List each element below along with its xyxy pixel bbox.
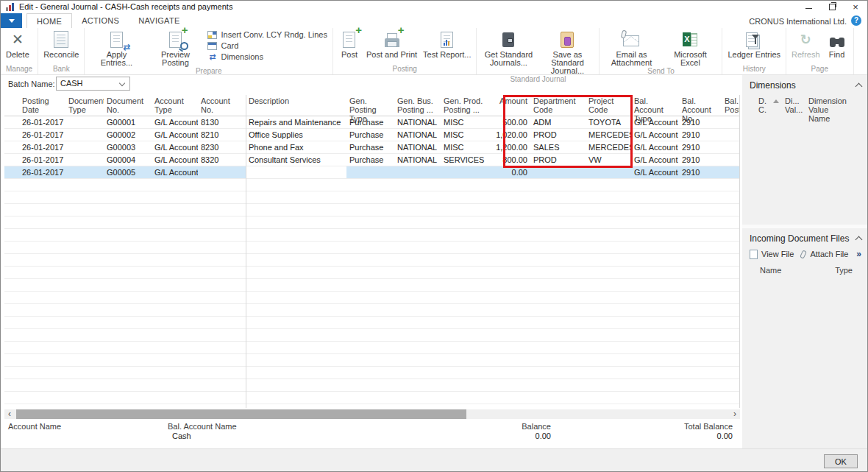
cell-project_code[interactable]: MERCEDES — [586, 129, 631, 141]
minimize-button[interactable] — [797, 1, 820, 13]
cell-project_code[interactable]: MERCEDES — [586, 141, 631, 153]
cell-document_no[interactable]: G00001 — [104, 116, 152, 128]
journal-row-1[interactable]: 26-01-2017G00001G/L Account8130Repairs a… — [4, 116, 739, 129]
cell-account_no[interactable]: 8130 — [198, 116, 246, 128]
cell-bal_post[interactable] — [722, 129, 740, 141]
journal-row-4[interactable]: 26-01-2017G00004G/L Account8320Consultan… — [4, 154, 739, 166]
column-header-bal_post[interactable]: Bal. Post — [722, 95, 740, 114]
dimensions-col-value-name[interactable]: Dimension Value Name — [808, 96, 864, 123]
get-standard-journals-button[interactable]: Get Standard Journals... — [479, 28, 538, 67]
cell-gen_prod_posting[interactable]: MISC — [441, 129, 488, 141]
journal-row-5[interactable]: 26-01-2017G00005G/L Account0.00G/L Accou… — [4, 166, 739, 179]
cell-document_type[interactable] — [65, 141, 104, 153]
cell-gen_prod_posting[interactable]: SERVICES — [441, 154, 488, 166]
journal-empty-row[interactable] — [4, 204, 739, 216]
cell-gen_posting_type[interactable] — [346, 166, 394, 178]
tab-home[interactable]: HOME — [26, 13, 72, 29]
cell-department_code[interactable]: SALES — [530, 141, 586, 153]
cell-bal_account_no[interactable]: 2910 — [679, 166, 722, 178]
column-header-gen_bus_posting[interactable]: Gen. Bus. Posting ... — [394, 95, 441, 114]
cell-bal_account_no[interactable]: 2910 — [679, 129, 722, 141]
cell-bal_post[interactable] — [722, 154, 740, 166]
journal-empty-row[interactable] — [4, 354, 739, 367]
cell-gen_bus_posting[interactable]: NATIONAL — [394, 116, 441, 128]
cell-account_type[interactable]: G/L Account — [152, 129, 198, 141]
cell-gen_prod_posting[interactable]: MISC — [441, 116, 488, 128]
cell-document_no[interactable]: G00005 — [104, 166, 152, 178]
column-header-department_code[interactable]: Department Code — [530, 95, 586, 114]
cell-selector[interactable] — [4, 129, 19, 141]
cell-gen_bus_posting[interactable]: NATIONAL — [394, 154, 441, 166]
journal-empty-row[interactable] — [4, 242, 739, 254]
cell-project_code[interactable] — [586, 166, 631, 178]
scroll-right-button[interactable]: › — [730, 409, 740, 419]
cell-gen_posting_type[interactable]: Purchase — [346, 154, 394, 166]
cell-bal_post[interactable] — [722, 166, 740, 178]
cell-account_no[interactable] — [198, 166, 246, 178]
cell-posting_date[interactable]: 26-01-2017 — [19, 141, 65, 153]
journal-empty-row[interactable] — [4, 292, 739, 304]
cell-account_type[interactable]: G/L Account — [152, 166, 198, 178]
dimensions-col-value[interactable]: Di... Val... — [785, 96, 808, 123]
scrollbar-thumb[interactable] — [16, 409, 466, 419]
cell-amount[interactable]: 800.00 — [488, 154, 530, 166]
cell-document_type[interactable] — [65, 129, 104, 141]
cell-project_code[interactable]: TOYOTA — [586, 116, 631, 128]
scroll-left-button[interactable]: ‹ — [4, 409, 15, 419]
help-icon[interactable]: ? — [851, 15, 861, 26]
cell-document_type[interactable] — [65, 116, 104, 128]
collapse-icon[interactable] — [855, 236, 863, 244]
cell-gen_posting_type[interactable]: Purchase — [346, 116, 394, 128]
collapse-icon[interactable] — [855, 83, 863, 91]
cell-description[interactable] — [246, 166, 346, 178]
cell-department_code[interactable]: PROD — [530, 129, 586, 141]
cell-gen_posting_type[interactable]: Purchase — [346, 141, 394, 153]
save-as-standard-journal-button[interactable]: Save as Standard Journal... — [538, 28, 597, 75]
column-header-account_type[interactable]: Account Type — [152, 95, 198, 114]
cell-document_type[interactable] — [65, 166, 104, 178]
more-actions-button[interactable]: » — [856, 249, 861, 259]
journal-empty-row[interactable] — [4, 317, 739, 329]
cell-selector[interactable] — [4, 166, 19, 178]
journal-empty-row[interactable] — [4, 279, 739, 292]
horizontal-scrollbar[interactable]: ‹ › — [4, 409, 740, 419]
ledger-entries-button[interactable]: Ledger Entries — [725, 28, 783, 59]
cell-project_code[interactable]: VW — [586, 154, 631, 166]
cell-posting_date[interactable]: 26-01-2017 — [19, 129, 65, 141]
cell-document_no[interactable]: G00002 — [104, 129, 152, 141]
journal-empty-row[interactable] — [4, 179, 739, 191]
restore-button[interactable] — [820, 1, 844, 13]
journal-empty-row[interactable] — [4, 229, 739, 242]
cell-gen_posting_type[interactable]: Purchase — [346, 129, 394, 141]
journal-empty-row[interactable] — [4, 404, 739, 408]
column-header-amount[interactable]: Amount — [488, 95, 530, 105]
cell-account_no[interactable]: 8320 — [198, 154, 246, 166]
cell-document_no[interactable]: G00004 — [104, 154, 152, 166]
cell-posting_date[interactable]: 26-01-2017 — [19, 116, 65, 128]
preview-posting-button[interactable]: + Preview Posting — [146, 28, 204, 67]
cell-department_code[interactable] — [530, 166, 586, 178]
cell-selector[interactable] — [4, 154, 19, 166]
cell-gen_bus_posting[interactable]: NATIONAL — [394, 129, 441, 141]
cell-bal_account_no[interactable]: 2910 — [679, 141, 722, 153]
incoming-col-name[interactable]: Name — [760, 266, 781, 275]
attach-file-button[interactable]: Attach File — [810, 250, 848, 258]
journal-empty-row[interactable] — [4, 304, 739, 317]
find-button[interactable]: Find — [823, 28, 851, 59]
cell-amount[interactable]: 1,200.00 — [488, 141, 530, 153]
column-header-account_no[interactable]: Account No. — [198, 95, 246, 114]
refresh-button[interactable]: ↻ Refresh — [789, 28, 823, 59]
tab-actions[interactable]: ACTIONS — [72, 13, 129, 28]
cell-amount[interactable]: 1,020.00 — [488, 129, 530, 141]
cell-gen_prod_posting[interactable] — [441, 166, 488, 178]
cell-bal_account_type[interactable]: G/L Account — [631, 166, 679, 178]
column-header-document_no[interactable]: Document No. — [104, 95, 152, 114]
column-header-selector[interactable] — [4, 95, 19, 96]
journal-empty-row[interactable] — [4, 392, 739, 404]
batch-name-select[interactable]: CASH — [56, 77, 130, 91]
microsoft-excel-button[interactable]: Microsoft Excel — [661, 28, 719, 67]
post-button[interactable]: + Post — [335, 28, 363, 59]
cell-description[interactable]: Repairs and Maintenance — [246, 116, 346, 128]
cell-description[interactable]: Consultant Services — [246, 154, 346, 166]
cell-bal_post[interactable] — [722, 116, 740, 128]
